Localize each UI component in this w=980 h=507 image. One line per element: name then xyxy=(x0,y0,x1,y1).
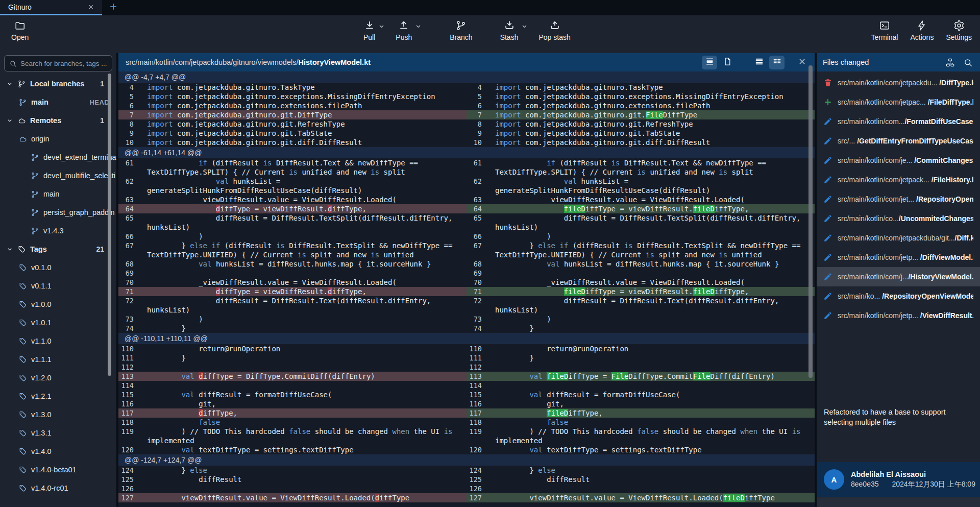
diff-del-line: 7import com.jetpackduba.gitnuro.git.Diff… xyxy=(118,110,467,119)
diff-context-line: 112 xyxy=(118,363,467,372)
file-path-prefix: src/main/kotlin/com/jet... xyxy=(838,195,916,203)
sidebar-item-v1-1-0[interactable]: v1.1.0 xyxy=(0,332,116,350)
file-row[interactable]: src/main/kotlin/co.../UncommitedChanges.… xyxy=(817,209,980,228)
code-line: diffType = viewDiffResult.diffType, xyxy=(139,204,467,213)
file-row[interactable]: src/... /GetDiffEntryFromDiffTypeUseCase… xyxy=(817,131,980,151)
files-list: src/main/kotlin/com/jetpackdu... /DiffTy… xyxy=(817,71,980,325)
pull-options-chevron-icon[interactable] xyxy=(378,22,385,30)
terminal-button[interactable]: Terminal xyxy=(871,20,898,41)
pull-icon xyxy=(364,20,375,31)
open-button[interactable]: Open xyxy=(11,20,29,41)
chevron-down-icon xyxy=(6,80,13,87)
new-tab-button[interactable] xyxy=(102,0,125,15)
diff-context-line: 62 val hunksList = generateSplitHunkFrom… xyxy=(467,177,815,195)
file-row[interactable]: src/main/kotlin/com/jetpac... /FileDiffT… xyxy=(817,92,980,112)
sidebar-item-v1-4-0[interactable]: v1.4.0 xyxy=(0,442,116,461)
sidebar-item-v1-4-3[interactable]: v1.4.3 xyxy=(0,222,116,240)
file-row[interactable]: src/main/kotlin/com/jetp... /DiffViewMod… xyxy=(817,248,980,267)
line-number: 68 xyxy=(118,259,139,269)
code-line: import com.jetpackduba.gitnuro.git.diff.… xyxy=(487,138,815,147)
code-line xyxy=(139,381,467,390)
code-line: git, xyxy=(487,399,815,408)
sidebar-item-v0-1-1[interactable]: v0.1.1 xyxy=(0,277,116,295)
plus-icon xyxy=(109,2,118,13)
repository-tab[interactable]: Gitnuro xyxy=(0,0,102,15)
sidebar-item-v1-4-0-rc01[interactable]: v1.4.0-rc01 xyxy=(0,479,116,497)
sidebar-item-tags[interactable]: Tags21 xyxy=(0,240,116,258)
tag-icon xyxy=(17,245,26,254)
sidebar-item-v1-2-1[interactable]: v1.2.1 xyxy=(0,387,116,405)
sidebar-item-origin[interactable]: origin xyxy=(0,130,116,148)
push-options-chevron-icon[interactable] xyxy=(414,22,422,30)
stash-button[interactable]: Stash xyxy=(500,20,519,41)
code-line: } else xyxy=(487,466,815,475)
sidebar-item-devel-extend-termina[interactable]: devel_extend_termina xyxy=(0,148,116,166)
unified-diff-toggle[interactable] xyxy=(751,56,767,69)
file-row[interactable]: src/main/kotlin/com/je... /CommitChanges… xyxy=(817,151,980,170)
close-diff-button[interactable] xyxy=(794,56,810,69)
split-diff-toggle[interactable] xyxy=(769,56,785,69)
sidebar-item-v1-3-0[interactable]: v1.3.0 xyxy=(0,405,116,424)
line-number: 61 xyxy=(118,158,139,177)
file-row[interactable]: src/main/kotlin/com/jet... /RepositoryOp… xyxy=(817,189,980,209)
diff-row: 111 }111 } xyxy=(118,353,815,363)
diff-context-line: 114 xyxy=(118,381,467,390)
tab-close-icon[interactable] xyxy=(88,3,96,11)
file-row[interactable]: src/main/kotlin/com/j.../HistoryViewMode… xyxy=(817,267,980,286)
commit-author-card[interactable]: A Abdelilah El Aissaoui 8ee0e35 2024年12月… xyxy=(817,462,980,497)
tree-view-icon[interactable] xyxy=(945,58,955,67)
sidebar-item-v1-0-1[interactable]: v1.0.1 xyxy=(0,313,116,332)
sidebar-item-v1-2-0[interactable]: v1.2.0 xyxy=(0,369,116,387)
file-search-icon[interactable] xyxy=(963,58,973,67)
chevron-down-icon xyxy=(6,246,13,253)
code-line: val diffResult = formatDiffUseCase( xyxy=(139,390,467,399)
open-label: Open xyxy=(11,33,29,41)
sidebar-item-v0-1-0[interactable]: v0.1.0 xyxy=(0,258,116,277)
sidebar-item-label: v1.0.1 xyxy=(31,319,52,327)
code-line: diffResult = DiffResult.Text(diffResult.… xyxy=(487,296,815,315)
diff-context-line: 119 ) // TODO This hardcoded false shoul… xyxy=(467,427,815,445)
file-row[interactable]: src/main/ko... /RepositoryOpenViewModel.… xyxy=(817,286,980,306)
push-button[interactable]: Push xyxy=(396,20,412,41)
file-path-prefix: src/main/kotlin/com/jetpack... xyxy=(838,176,932,184)
pull-button[interactable]: Pull xyxy=(363,20,375,41)
hunk-header: @@ -4,7 +4,7 @@ xyxy=(118,71,815,83)
file-row[interactable]: src/main/kotlin/com/jetpack... /FileHist… xyxy=(817,170,980,189)
file-row[interactable]: src/main/kotlin/com.../FormatDiffUseCase… xyxy=(817,112,980,131)
sidebar-item-v1-0-0[interactable]: v1.0.0 xyxy=(0,295,116,313)
sidebar-item-main[interactable]: mainHEAD xyxy=(0,93,116,111)
line-number: 112 xyxy=(118,363,139,372)
branch-button[interactable]: Branch xyxy=(450,20,472,41)
line-number: 118 xyxy=(467,418,487,427)
file-row[interactable]: src/main/kotlin/com/jetpackdu... /DiffTy… xyxy=(817,73,980,92)
sidebar-item-local-branches[interactable]: Local branches1 xyxy=(0,75,116,93)
diff-context-line: 70 _viewDiffResult.value = ViewDiffResul… xyxy=(467,278,815,287)
diff-scrollbar[interactable] xyxy=(808,65,813,378)
line-number: 73 xyxy=(467,315,487,324)
sidebar-item-main[interactable]: main xyxy=(0,185,116,203)
sidebar-item-devel-multifile-selecti[interactable]: devel_multifile_selecti xyxy=(0,166,116,185)
code-line: _viewDiffResult.value = ViewDiffResult.L… xyxy=(487,195,815,204)
file-row[interactable]: src/main/kotlin/com/jetp... /ViewDiffRes… xyxy=(817,306,980,325)
full-file-view-toggle[interactable] xyxy=(720,56,735,69)
branch-search-input[interactable] xyxy=(20,60,107,67)
settings-button[interactable]: Settings xyxy=(946,20,972,41)
diff-row: 124 } else124 } else xyxy=(118,466,815,475)
code-line: } xyxy=(139,353,467,363)
code-line xyxy=(139,484,467,493)
file-path: src/main/kotlin/com/jetp... /ViewDiffRes… xyxy=(838,311,973,320)
line-number: 116 xyxy=(118,399,139,408)
pop-stash-button[interactable]: Pop stash xyxy=(538,20,570,41)
sidebar-item-v1-3-1[interactable]: v1.3.1 xyxy=(0,424,116,442)
sidebar-scrollbar[interactable] xyxy=(108,74,111,376)
diff-add-line: 64 fileDiffType = viewDiffResult.fileDif… xyxy=(467,204,815,213)
sidebar-item-remotes[interactable]: Remotes1 xyxy=(0,111,116,130)
branch-search-box[interactable] xyxy=(4,55,112,71)
sidebar-item-v1-4-0-beta01[interactable]: v1.4.0-beta01 xyxy=(0,461,116,479)
stash-options-chevron-icon[interactable] xyxy=(521,22,528,30)
actions-button[interactable]: Actions xyxy=(910,20,934,41)
sidebar-item-v1-1-1[interactable]: v1.1.1 xyxy=(0,350,116,369)
sidebar-item-persist-graph-paddin[interactable]: persist_graph_paddin xyxy=(0,203,116,222)
file-row[interactable]: src/main/kotlin/com/jetpackduba/git.../D… xyxy=(817,228,980,248)
hunk-view-toggle[interactable] xyxy=(702,56,717,69)
